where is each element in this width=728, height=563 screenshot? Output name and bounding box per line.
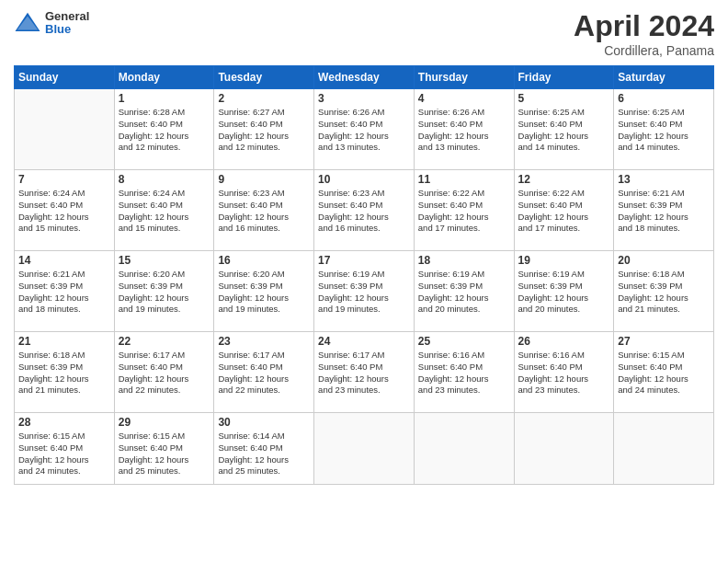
day-number: 27 <box>618 335 710 348</box>
day-number: 16 <box>218 254 310 267</box>
day-info: Sunrise: 6:15 AM Sunset: 6:40 PM Dayligh… <box>18 431 110 477</box>
day-number: 13 <box>618 173 710 186</box>
day-number: 25 <box>418 335 510 348</box>
table-row: 9Sunrise: 6:23 AM Sunset: 6:40 PM Daylig… <box>214 170 314 251</box>
table-row: 5Sunrise: 6:25 AM Sunset: 6:40 PM Daylig… <box>514 89 614 170</box>
day-info: Sunrise: 6:19 AM Sunset: 6:39 PM Dayligh… <box>418 269 510 316</box>
day-number: 21 <box>18 335 110 348</box>
calendar-subtitle: Cordillera, Panama <box>574 43 714 58</box>
table-row <box>314 413 415 485</box>
table-row: 14Sunrise: 6:21 AM Sunset: 6:39 PM Dayli… <box>15 251 115 332</box>
day-info: Sunrise: 6:22 AM Sunset: 6:40 PM Dayligh… <box>418 188 510 235</box>
day-info: Sunrise: 6:18 AM Sunset: 6:39 PM Dayligh… <box>618 269 710 316</box>
day-number: 29 <box>119 416 210 429</box>
day-number: 24 <box>318 335 410 348</box>
day-info: Sunrise: 6:20 AM Sunset: 6:39 PM Dayligh… <box>119 269 210 316</box>
day-info: Sunrise: 6:14 AM Sunset: 6:40 PM Dayligh… <box>218 431 310 477</box>
day-info: Sunrise: 6:16 AM Sunset: 6:40 PM Dayligh… <box>518 350 610 396</box>
day-info: Sunrise: 6:17 AM Sunset: 6:40 PM Dayligh… <box>119 350 210 396</box>
day-info: Sunrise: 6:16 AM Sunset: 6:40 PM Dayligh… <box>418 350 510 396</box>
day-info: Sunrise: 6:25 AM Sunset: 6:40 PM Dayligh… <box>518 107 610 154</box>
logo-blue: Blue <box>45 23 89 36</box>
day-info: Sunrise: 6:18 AM Sunset: 6:39 PM Dayligh… <box>18 350 110 396</box>
table-row: 6Sunrise: 6:25 AM Sunset: 6:40 PM Daylig… <box>614 89 714 170</box>
table-row: 26Sunrise: 6:16 AM Sunset: 6:40 PM Dayli… <box>514 332 614 413</box>
table-row <box>15 89 115 170</box>
col-friday: Friday <box>514 66 614 89</box>
day-info: Sunrise: 6:21 AM Sunset: 6:39 PM Dayligh… <box>618 188 710 235</box>
table-row: 10Sunrise: 6:23 AM Sunset: 6:40 PM Dayli… <box>314 170 415 251</box>
table-row: 25Sunrise: 6:16 AM Sunset: 6:40 PM Dayli… <box>414 332 514 413</box>
calendar-table: Sunday Monday Tuesday Wednesday Thursday… <box>14 65 714 485</box>
day-number: 19 <box>518 254 610 267</box>
day-number: 30 <box>218 416 310 429</box>
table-row: 1Sunrise: 6:28 AM Sunset: 6:40 PM Daylig… <box>114 89 214 170</box>
day-info: Sunrise: 6:19 AM Sunset: 6:39 PM Dayligh… <box>318 269 410 316</box>
logo-general: General <box>45 10 89 23</box>
day-number: 23 <box>218 335 310 348</box>
day-number: 2 <box>218 92 310 105</box>
day-number: 7 <box>18 173 110 186</box>
table-row: 8Sunrise: 6:24 AM Sunset: 6:40 PM Daylig… <box>114 170 214 251</box>
title-block: April 2024 Cordillera, Panama <box>574 9 714 58</box>
day-number: 15 <box>119 254 210 267</box>
calendar-header-row: Sunday Monday Tuesday Wednesday Thursday… <box>15 66 714 89</box>
day-number: 5 <box>518 92 610 105</box>
table-row: 20Sunrise: 6:18 AM Sunset: 6:39 PM Dayli… <box>614 251 714 332</box>
day-info: Sunrise: 6:19 AM Sunset: 6:39 PM Dayligh… <box>518 269 610 316</box>
day-number: 17 <box>318 254 410 267</box>
day-info: Sunrise: 6:17 AM Sunset: 6:40 PM Dayligh… <box>318 350 410 396</box>
table-row: 15Sunrise: 6:20 AM Sunset: 6:39 PM Dayli… <box>114 251 214 332</box>
logo: General Blue <box>14 9 89 37</box>
col-monday: Monday <box>114 66 214 89</box>
day-number: 1 <box>119 92 210 105</box>
table-row: 3Sunrise: 6:26 AM Sunset: 6:40 PM Daylig… <box>314 89 415 170</box>
day-number: 26 <box>518 335 610 348</box>
day-number: 9 <box>218 173 310 186</box>
table-row: 11Sunrise: 6:22 AM Sunset: 6:40 PM Dayli… <box>414 170 514 251</box>
day-info: Sunrise: 6:22 AM Sunset: 6:40 PM Dayligh… <box>518 188 610 235</box>
table-row: 29Sunrise: 6:15 AM Sunset: 6:40 PM Dayli… <box>114 413 214 485</box>
day-number: 11 <box>418 173 510 186</box>
day-number: 8 <box>119 173 210 186</box>
table-row: 7Sunrise: 6:24 AM Sunset: 6:40 PM Daylig… <box>15 170 115 251</box>
page-header: General Blue April 2024 Cordillera, Pana… <box>14 9 714 58</box>
day-info: Sunrise: 6:23 AM Sunset: 6:40 PM Dayligh… <box>318 188 410 235</box>
day-number: 14 <box>18 254 110 267</box>
day-info: Sunrise: 6:15 AM Sunset: 6:40 PM Dayligh… <box>119 431 210 477</box>
table-row: 30Sunrise: 6:14 AM Sunset: 6:40 PM Dayli… <box>214 413 314 485</box>
day-info: Sunrise: 6:23 AM Sunset: 6:40 PM Dayligh… <box>218 188 310 235</box>
day-number: 3 <box>318 92 410 105</box>
day-number: 6 <box>618 92 710 105</box>
table-row: 24Sunrise: 6:17 AM Sunset: 6:40 PM Dayli… <box>314 332 415 413</box>
day-number: 28 <box>18 416 110 429</box>
table-row: 27Sunrise: 6:15 AM Sunset: 6:40 PM Dayli… <box>614 332 714 413</box>
day-info: Sunrise: 6:24 AM Sunset: 6:40 PM Dayligh… <box>119 188 210 235</box>
day-number: 12 <box>518 173 610 186</box>
day-info: Sunrise: 6:17 AM Sunset: 6:40 PM Dayligh… <box>218 350 310 396</box>
table-row <box>414 413 514 485</box>
table-row: 2Sunrise: 6:27 AM Sunset: 6:40 PM Daylig… <box>214 89 314 170</box>
day-info: Sunrise: 6:25 AM Sunset: 6:40 PM Dayligh… <box>618 107 710 154</box>
day-number: 4 <box>418 92 510 105</box>
day-info: Sunrise: 6:21 AM Sunset: 6:39 PM Dayligh… <box>18 269 110 316</box>
table-row: 13Sunrise: 6:21 AM Sunset: 6:39 PM Dayli… <box>614 170 714 251</box>
svg-marker-1 <box>17 17 39 30</box>
logo-text: General Blue <box>45 10 89 37</box>
day-info: Sunrise: 6:20 AM Sunset: 6:39 PM Dayligh… <box>218 269 310 316</box>
calendar-body: 1Sunrise: 6:28 AM Sunset: 6:40 PM Daylig… <box>15 89 714 485</box>
day-info: Sunrise: 6:28 AM Sunset: 6:40 PM Dayligh… <box>119 107 210 154</box>
day-number: 10 <box>318 173 410 186</box>
table-row: 18Sunrise: 6:19 AM Sunset: 6:39 PM Dayli… <box>414 251 514 332</box>
table-row: 12Sunrise: 6:22 AM Sunset: 6:40 PM Dayli… <box>514 170 614 251</box>
col-tuesday: Tuesday <box>214 66 314 89</box>
day-number: 22 <box>119 335 210 348</box>
table-row: 23Sunrise: 6:17 AM Sunset: 6:40 PM Dayli… <box>214 332 314 413</box>
table-row: 16Sunrise: 6:20 AM Sunset: 6:39 PM Dayli… <box>214 251 314 332</box>
day-number: 18 <box>418 254 510 267</box>
day-info: Sunrise: 6:15 AM Sunset: 6:40 PM Dayligh… <box>618 350 710 396</box>
day-info: Sunrise: 6:26 AM Sunset: 6:40 PM Dayligh… <box>318 107 410 154</box>
table-row: 28Sunrise: 6:15 AM Sunset: 6:40 PM Dayli… <box>15 413 115 485</box>
table-row: 21Sunrise: 6:18 AM Sunset: 6:39 PM Dayli… <box>15 332 115 413</box>
col-sunday: Sunday <box>15 66 115 89</box>
